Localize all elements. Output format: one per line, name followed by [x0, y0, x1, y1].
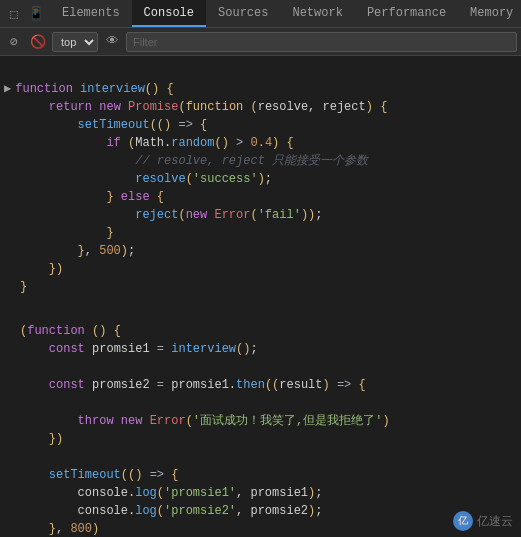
tab-bar-icons: ⬚ 📱	[0, 6, 50, 22]
devtools-window: ⬚ 📱 Elements Console Sources Network Per…	[0, 0, 521, 537]
tab-bar: ⬚ 📱 Elements Console Sources Network Per…	[0, 0, 521, 28]
watermark-logo: 亿	[453, 511, 473, 531]
tab-elements[interactable]: Elements	[50, 0, 132, 27]
console-output: ▶function interview() { return new Promi…	[0, 56, 521, 537]
context-select[interactable]: top	[52, 32, 98, 52]
code-block: ▶function interview() { return new Promi…	[0, 58, 521, 300]
iife-block: (function () { const promsie1 = intervie…	[0, 300, 521, 537]
clear-console-button[interactable]: ⊘	[4, 32, 24, 52]
watermark-label: 亿速云	[477, 513, 513, 530]
filter-input[interactable]	[126, 32, 517, 52]
eye-button[interactable]: 👁	[102, 32, 122, 52]
console-toolbar: ⊘ 🚫 top 👁	[0, 28, 521, 56]
device-icon[interactable]: 📱	[28, 6, 44, 22]
filter-toggle-button[interactable]: 🚫	[28, 32, 48, 52]
tab-network[interactable]: Network	[280, 0, 354, 27]
tab-sources[interactable]: Sources	[206, 0, 280, 27]
tab-console[interactable]: Console	[132, 0, 206, 27]
tab-memory[interactable]: Memory	[458, 0, 521, 27]
watermark: 亿 亿速云	[453, 511, 513, 531]
cursor-icon[interactable]: ⬚	[6, 6, 22, 22]
tab-performance[interactable]: Performance	[355, 0, 458, 27]
